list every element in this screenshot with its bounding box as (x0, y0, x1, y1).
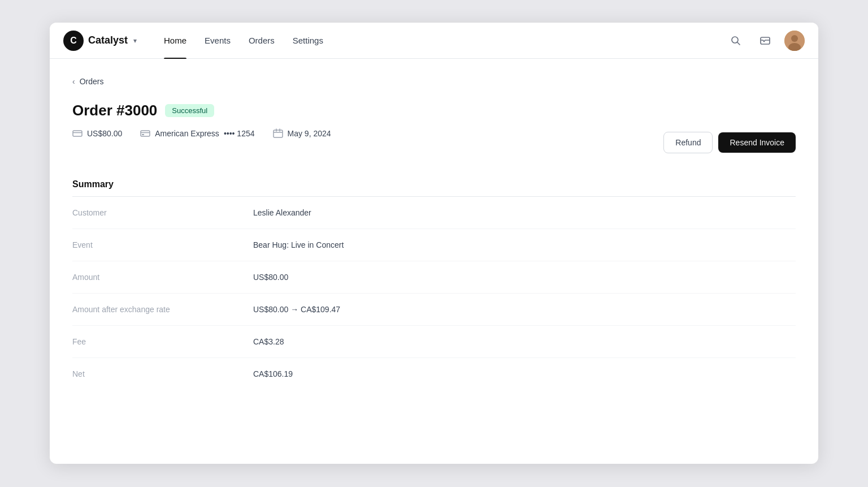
order-amount: US$80.00 (87, 129, 122, 138)
summary-row-label: Amount after exchange rate (72, 294, 253, 326)
summary-row-value: Leslie Alexander (253, 197, 796, 229)
summary-row-label: Customer (72, 197, 253, 229)
brand-logo-icon: C (63, 31, 84, 51)
summary-section: Summary Customer Leslie Alexander Event … (72, 179, 796, 390)
svg-line-1 (737, 42, 740, 45)
nav-link-home[interactable]: Home (155, 23, 196, 59)
order-header: Order #3000 Successful (72, 102, 796, 119)
search-button[interactable] (726, 31, 746, 51)
summary-title: Summary (72, 179, 796, 189)
order-meta: US$80.00 American Express •••• 1254 (72, 128, 331, 139)
nav-link-settings[interactable]: Settings (284, 23, 332, 59)
svg-rect-10 (142, 134, 144, 135)
avatar-image (784, 31, 805, 51)
brand-chevron-icon: ▾ (133, 37, 137, 45)
refund-button[interactable]: Refund (663, 132, 713, 153)
summary-row-label: Amount (72, 261, 253, 294)
user-avatar[interactable] (784, 31, 805, 51)
summary-row-label: Net (72, 358, 253, 390)
nav-link-events[interactable]: Events (196, 23, 240, 59)
resend-invoice-button[interactable]: Resend Invoice (718, 132, 796, 153)
summary-row: Customer Leslie Alexander (72, 197, 796, 229)
nav-link-orders[interactable]: Orders (240, 23, 284, 59)
summary-row: Net CA$106.19 (72, 358, 796, 390)
brand-logo-area[interactable]: C Catalyst ▾ (63, 31, 137, 51)
nav-right-actions (726, 31, 805, 51)
inbox-icon (760, 35, 771, 46)
meta-payment: American Express •••• 1254 (140, 128, 254, 139)
breadcrumb[interactable]: ‹ Orders (72, 77, 796, 86)
navbar: C Catalyst ▾ Home Events Orders Settings (50, 23, 818, 59)
status-badge: Successful (165, 104, 214, 117)
summary-row: Amount US$80.00 (72, 261, 796, 294)
breadcrumb-label: Orders (80, 77, 104, 86)
calendar-icon (273, 128, 283, 139)
svg-rect-8 (141, 131, 150, 136)
app-window: C Catalyst ▾ Home Events Orders Settings (50, 23, 818, 464)
summary-row-label: Event (72, 229, 253, 261)
page-content: ‹ Orders Order #3000 Successful US$80.00 (50, 59, 818, 408)
summary-row-value: US$80.00 → CA$109.47 (253, 294, 796, 326)
order-date: May 9, 2024 (288, 129, 331, 138)
meta-amount: US$80.00 (72, 128, 122, 139)
summary-row-value: Bear Hug: Live in Concert (253, 229, 796, 261)
summary-row: Fee CA$3.28 (72, 326, 796, 358)
summary-row-label: Fee (72, 326, 253, 358)
summary-row-value: CA$3.28 (253, 326, 796, 358)
amount-icon (72, 128, 83, 139)
svg-point-4 (791, 35, 798, 42)
inbox-button[interactable] (755, 31, 775, 51)
payment-method: American Express (155, 129, 219, 138)
meta-date: May 9, 2024 (273, 128, 331, 139)
order-actions: Refund Resend Invoice (663, 132, 796, 153)
svg-rect-11 (274, 130, 283, 137)
brand-name: Catalyst (88, 35, 128, 46)
card-icon (140, 128, 150, 139)
summary-row: Event Bear Hug: Live in Concert (72, 229, 796, 261)
order-title: Order #3000 (72, 102, 157, 119)
card-dots: •••• 1254 (224, 129, 255, 138)
summary-row: Amount after exchange rate US$80.00 → CA… (72, 294, 796, 326)
nav-links: Home Events Orders Settings (155, 23, 726, 59)
svg-rect-6 (73, 131, 82, 136)
summary-row-value: US$80.00 (253, 261, 796, 294)
search-icon (730, 35, 741, 46)
breadcrumb-arrow-icon: ‹ (72, 77, 75, 86)
summary-table: Customer Leslie Alexander Event Bear Hug… (72, 197, 796, 390)
summary-row-value: CA$106.19 (253, 358, 796, 390)
